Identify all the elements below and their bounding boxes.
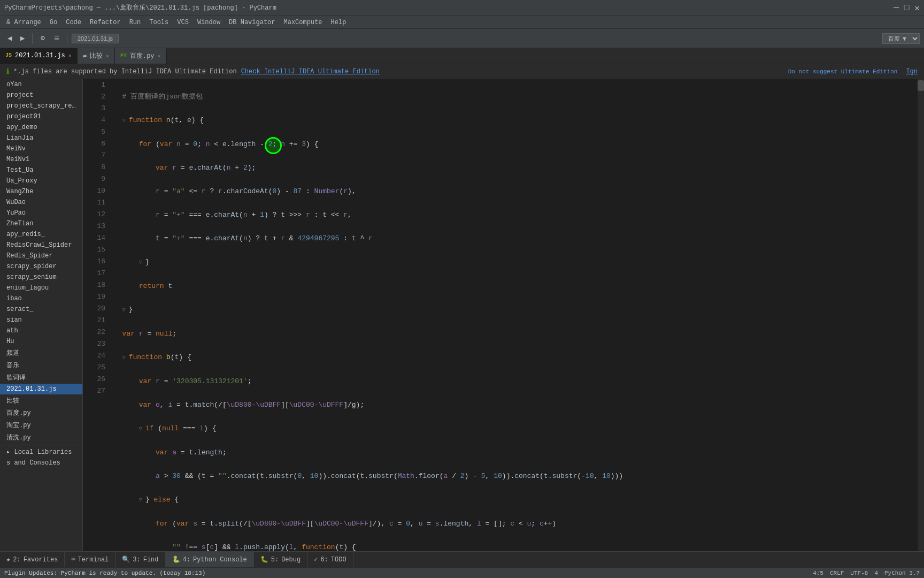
fold-2[interactable]: ▽ (122, 115, 129, 127)
sidebar-item-redis-crawl[interactable]: RedisCrawl_Spider (0, 240, 82, 250)
menu-window[interactable]: Window (193, 18, 225, 27)
sidebar-item-clean-py[interactable]: 清洗.py (0, 431, 82, 444)
sidebar-item-wudao[interactable]: WuDao (0, 197, 82, 208)
code-line-3: for (var n = 0; n < e.length - 2; n += 3… (114, 139, 913, 150)
js-file-icon: JS (5, 52, 12, 58)
tab-py-file[interactable]: PY 百度.py ✕ (115, 48, 167, 64)
line-ending[interactable]: CRLF (830, 570, 844, 576)
sidebar-item-baidu-py[interactable]: 百度.py (0, 407, 82, 419)
bottom-tab-terminal[interactable]: ⌨ Terminal (65, 552, 116, 567)
menu-tools[interactable]: Tools (145, 18, 173, 27)
sidebar-item-test-ua[interactable]: Test_Ua (0, 165, 82, 176)
bottom-tab-python-console[interactable]: 🐍 4: Python Console (166, 552, 254, 567)
options-button[interactable]: ☰ (51, 33, 63, 44)
tab-py-close[interactable]: ✕ (158, 53, 161, 59)
tab-js-close[interactable]: ✕ (68, 52, 72, 59)
code-line-11: var r = null; (114, 328, 913, 340)
tab-js-file[interactable]: JS 2021.01.31.js ✕ (0, 48, 78, 64)
sidebar-item-wangzhe[interactable]: WangZhe (0, 186, 82, 197)
info-message: *.js files are supported by IntelliJ IDE… (13, 68, 237, 75)
search-engine-select[interactable]: 百度 ▼ (882, 33, 920, 44)
fold-10[interactable]: ▽ (122, 305, 129, 316)
do-not-suggest-link[interactable]: Do not suggest Ultimate Edition (788, 69, 898, 75)
bottom-tab-find[interactable]: 🔍 3: Find (116, 552, 165, 567)
sidebar-item-music[interactable]: 音乐 (0, 359, 82, 371)
encoding[interactable]: UTF-8 (850, 570, 868, 576)
sidebar-item-js-file[interactable]: 2021.01.31.js (0, 384, 82, 394)
scrollbar-thumb[interactable] (918, 80, 924, 91)
sidebar-item-hu[interactable]: Hu (0, 336, 82, 347)
sidebar-item-lianjia[interactable]: LianJia (0, 133, 82, 143)
search-icon: 🔍 (122, 556, 130, 564)
menu-maxcompute[interactable]: MaxCompute (280, 18, 327, 27)
sidebar-item-local-libraries[interactable]: ▸ Local Libraries (0, 446, 82, 458)
sidebar-item-scrapy-redis[interactable]: project_scrapy_redis (0, 101, 82, 111)
sidebar-item-scrapy-senium[interactable]: scrapy_senium (0, 272, 82, 283)
settings-button[interactable]: ⚙ (37, 33, 49, 44)
code-line-5: r = "a" <= r ? r.charCodeAt(0) - 87 : Nu… (114, 186, 913, 197)
bottom-tab-favorites[interactable]: ★ 2: Favorites (0, 552, 65, 567)
back-button[interactable]: ◀ (4, 33, 15, 44)
menu-code[interactable]: Code (61, 18, 86, 27)
favorites-label: Favorites (24, 556, 58, 564)
maximize-button[interactable]: □ (904, 3, 910, 13)
sidebar-item-ibao[interactable]: ibao (0, 293, 82, 304)
sidebar-item-project01[interactable]: project01 (0, 111, 82, 122)
ignore-link[interactable]: Ign (906, 68, 918, 75)
sidebar-item-redis-spider[interactable]: Redis_Spider (0, 250, 82, 261)
sidebar-item-apy-demo[interactable]: apy_demo (0, 122, 82, 133)
sidebar-item-scrapy-spider[interactable]: scrapy_spider (0, 261, 82, 272)
menu-vcs[interactable]: VCS (173, 18, 193, 27)
bottom-tab-todo[interactable]: ✓ 6: TODO (307, 552, 353, 567)
sidebar-item-enium-lagou[interactable]: enium_lagou (0, 283, 82, 293)
sidebar-item-diff[interactable]: 比较 (0, 394, 82, 407)
cursor-position[interactable]: 4:5 (813, 570, 823, 576)
fold-8[interactable]: ▽ (139, 257, 145, 269)
indent-size[interactable]: 4 (874, 570, 878, 576)
sidebar-item-channel[interactable]: 频道 (0, 347, 82, 359)
diff-icon: ⇌ (83, 52, 87, 60)
fold-15[interactable]: ▽ (139, 423, 145, 435)
sidebar-item-scratches-consoles[interactable]: s and Consoles (0, 458, 82, 468)
code-line-19: for (var s = t.split(/[\uD800-\uDBFF][\u… (114, 518, 913, 530)
code-line-20: "" !== s[c] && l.push.apply(l, function(… (114, 542, 913, 551)
sidebar-item-ua-proxy[interactable]: Ua_Proxy (0, 176, 82, 186)
menu-db-navigator[interactable]: DB Navigator (225, 18, 279, 27)
sidebar-item-project[interactable]: project (0, 90, 82, 101)
minimize-button[interactable]: ─ (894, 3, 899, 13)
sidebar-separator (0, 445, 82, 445)
check-ultimate-link[interactable]: Check IntelliJ IDEA Ultimate Edition (241, 68, 380, 75)
fold-12[interactable]: ▽ (122, 352, 129, 364)
code-line-16: var a = t.length; (114, 447, 913, 459)
code-line-4: var r = e.charAt(n + 2); (114, 162, 913, 174)
sidebar-item-seract[interactable]: seract_ (0, 304, 82, 315)
find-label: Find (143, 556, 159, 564)
forward-button[interactable]: ▶ (17, 33, 28, 44)
code-line-15: ▽if (null === i) { (114, 423, 913, 435)
sidebar-item-meinv[interactable]: MeiNv (0, 143, 82, 154)
menu-run[interactable]: Run (125, 18, 145, 27)
bottom-tab-debug[interactable]: 🐛 5: Debug (254, 552, 307, 567)
sidebar-item-apy-redis[interactable]: apy_redis_ (0, 229, 82, 240)
sidebar-item-sian[interactable]: sian (0, 315, 82, 325)
sidebar-item-ath[interactable]: ath (0, 325, 82, 336)
tab-bar: JS 2021.01.31.js ✕ ⇌ 比较 ✕ PY 百度.py ✕ (0, 48, 924, 64)
sidebar-item-taobao-py[interactable]: 淘宝.py (0, 419, 82, 431)
sidebar-item-yupao[interactable]: YuPao (0, 208, 82, 218)
code-editor[interactable]: 1 2 3 4 5 6 7 8 9 10 11 12 13 14 15 16 1… (83, 79, 918, 551)
menu-arrange[interactable]: & Arrange (2, 18, 45, 27)
sidebar-item-lyrics[interactable]: 歌词译 (0, 371, 82, 384)
tab-diff-close[interactable]: ✕ (106, 53, 109, 59)
sidebar-item-oyan[interactable]: oYan (0, 79, 82, 90)
bottom-tabs: ★ 2: Favorites ⌨ Terminal 🔍 3: Find 🐍 4:… (0, 551, 924, 567)
tab-diff[interactable]: ⇌ 比较 ✕ (78, 48, 115, 64)
breadcrumb-file[interactable]: 2021.01.31.js (72, 34, 119, 43)
sidebar-item-zhetian[interactable]: ZheTian (0, 218, 82, 229)
fold-18[interactable]: ▽ (139, 495, 145, 506)
sidebar-item-meinv1[interactable]: MeiNv1 (0, 154, 82, 165)
menu-go[interactable]: Go (45, 18, 61, 27)
menu-refactor[interactable]: Refactor (86, 18, 125, 27)
close-button[interactable]: ✕ (914, 3, 920, 13)
python-interpreter[interactable]: Python 3.7 (884, 570, 920, 576)
menu-help[interactable]: Help (327, 18, 351, 27)
